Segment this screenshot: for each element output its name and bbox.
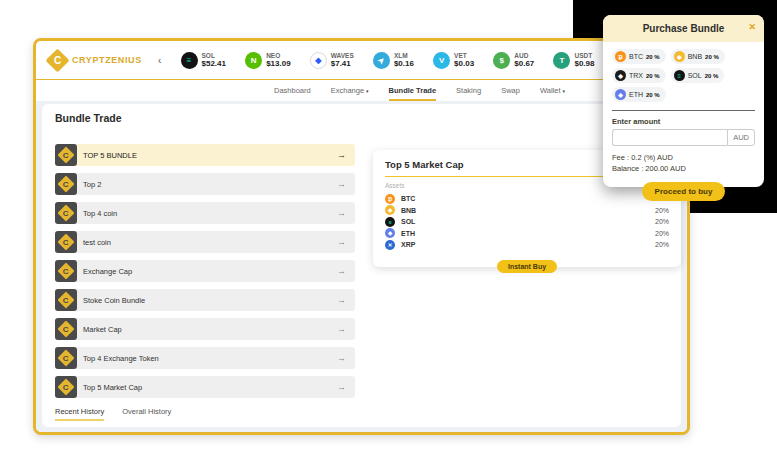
bnb-coin-icon: ◆ xyxy=(674,51,685,62)
arrow-right-icon: → xyxy=(337,295,346,305)
balance-line: Balance : 200.00 AUD xyxy=(612,164,755,173)
bundle-item-top-5-bundle[interactable]: C TOP 5 BUNDLE→ xyxy=(55,144,355,166)
asset-percent: 20% xyxy=(655,230,669,237)
bundle-item-top-2[interactable]: C Top 2→ xyxy=(55,173,355,195)
brand-name: CRYPTZENIUS xyxy=(72,55,142,65)
ticker-coin-neo: N NEO$13.09 xyxy=(245,52,290,69)
trx-coin-icon: ◆ xyxy=(615,70,626,81)
arrow-right-icon: → xyxy=(337,179,346,189)
waves-coin-icon: ◆ xyxy=(310,52,327,69)
arrow-right-icon: → xyxy=(337,382,346,392)
bnb-coin-icon: ◆ xyxy=(385,205,395,215)
bundle-logo-icon: C xyxy=(55,260,77,282)
coin-price: $0.98 xyxy=(574,59,594,68)
bundle-logo-icon: C xyxy=(55,202,77,224)
ticker-bar: C CRYPTZENIUS ‹ ≡ SOL$52.41 N NEO$13.09 … xyxy=(36,41,687,79)
bundle-composition-chips: ₿ BTC20 % ◆ BNB20 % ◆ TRX20 % ≡ SOL20 % … xyxy=(612,49,755,102)
bundle-item-market-cap[interactable]: C Market Cap→ xyxy=(55,318,355,340)
coin-symbol: VET xyxy=(454,52,474,59)
bundle-logo-icon: C xyxy=(55,347,77,369)
ticker-coin-usdt: T USDT$0.98 xyxy=(553,52,594,69)
aud-coin-icon: $ xyxy=(493,52,510,69)
brand-logo: C CRYPTZENIUS xyxy=(46,52,158,69)
chip-eth: ◆ ETH20 % xyxy=(612,87,666,102)
chip-btc: ₿ BTC20 % xyxy=(612,49,666,64)
modal-header: Purchase Bundle ✕ xyxy=(603,15,764,42)
coin-price: $52.41 xyxy=(202,59,226,68)
tab-overall-history[interactable]: Overall History xyxy=(122,407,171,421)
arrow-right-icon: → xyxy=(337,208,346,218)
currency-suffix: AUD xyxy=(727,129,755,146)
bundle-item-top-4-exchange-token[interactable]: C Top 4 Exchange Token→ xyxy=(55,347,355,369)
coin-symbol: NEO xyxy=(266,52,290,59)
vet-coin-icon: V xyxy=(433,52,450,69)
sol-coin-icon: ≡ xyxy=(181,52,198,69)
content-area: Bundle Trade C TOP 5 BUNDLE→ C Top 2→ C … xyxy=(36,101,687,432)
modal-divider xyxy=(612,110,755,111)
coin-symbol: AUD xyxy=(514,52,534,59)
arrow-right-icon: → xyxy=(337,353,346,363)
caret-down-icon: ▾ xyxy=(562,88,565,94)
ticker-coin-vet: V VET$0.03 xyxy=(433,52,474,69)
chip-trx: ◆ TRX20 % xyxy=(612,68,666,83)
bundle-item-top-4-coin[interactable]: C Top 4 coin→ xyxy=(55,202,355,224)
btc-coin-icon: ₿ xyxy=(615,51,626,62)
nav-swap[interactable]: Swap xyxy=(501,80,520,101)
price-ticker: ‹ ≡ SOL$52.41 N NEO$13.09 ◆ WAVES$7.41 ➤… xyxy=(158,52,617,69)
asset-row-eth: ◆ ETH20% xyxy=(385,228,669,240)
bundle-logo-icon: C xyxy=(55,231,77,253)
coin-price: $0.67 xyxy=(514,59,534,68)
nav-bundle-trade[interactable]: Bundle Trade xyxy=(389,80,437,101)
instant-buy-button[interactable]: Instant Buy xyxy=(497,260,557,273)
coin-price: $0.16 xyxy=(394,59,414,68)
purchase-bundle-modal: Purchase Bundle ✕ ₿ BTC20 % ◆ BNB20 % ◆ … xyxy=(603,15,764,187)
asset-percent: 20% xyxy=(655,218,669,225)
asset-percent: 20% xyxy=(655,207,669,214)
eth-coin-icon: ◆ xyxy=(385,228,395,238)
nav-exchange[interactable]: Exchange▾ xyxy=(331,80,369,101)
ticker-coin-xlm: ➤ XLM$0.16 xyxy=(373,52,414,69)
main-nav: Dashboard Exchange▾ Bundle Trade Staking… xyxy=(94,80,690,101)
tab-recent-history[interactable]: Recent History xyxy=(55,407,104,421)
arrow-right-icon: → xyxy=(337,266,346,276)
arrow-right-icon: → xyxy=(337,237,346,247)
asset-row-sol: ≡ SOL20% xyxy=(385,216,669,228)
bundle-item-stoke-coin-bundle[interactable]: C Stoke Coin Bundle→ xyxy=(55,289,355,311)
close-icon[interactable]: ✕ xyxy=(748,22,756,32)
xlm-coin-icon: ➤ xyxy=(373,52,390,69)
bundle-item-test-coin[interactable]: C test coin→ xyxy=(55,231,355,253)
eth-coin-icon: ◆ xyxy=(615,89,626,100)
bundle-item-top-5-market-cap[interactable]: C Top 5 Market Cap→ xyxy=(55,376,355,398)
neo-coin-icon: N xyxy=(245,52,262,69)
coin-symbol: WAVES xyxy=(331,52,354,59)
bundle-item-exchange-cap[interactable]: C Exchange Cap→ xyxy=(55,260,355,282)
arrow-right-icon: → xyxy=(337,324,346,334)
bundle-logo-icon: C xyxy=(55,376,77,398)
nav-staking[interactable]: Staking xyxy=(456,80,481,101)
nav-dashboard[interactable]: Dashboard xyxy=(274,80,311,101)
nav-wallet[interactable]: Wallet▾ xyxy=(540,80,565,101)
asset-row-xrp: ✕ XRP20% xyxy=(385,239,669,251)
fee-line: Fee : 0.2 (%) AUD xyxy=(612,153,755,162)
app-window: C CRYPTZENIUS ‹ ≡ SOL$52.41 N NEO$13.09 … xyxy=(33,38,690,435)
chip-sol: ≡ SOL20 % xyxy=(671,68,725,83)
coin-price: $7.41 xyxy=(331,59,354,68)
coin-price: $0.03 xyxy=(454,59,474,68)
enter-amount-label: Enter amount xyxy=(612,117,755,126)
bundle-logo-icon: C xyxy=(55,173,77,195)
bundle-list: C TOP 5 BUNDLE→ C Top 2→ C Top 4 coin→ C… xyxy=(55,144,355,405)
bundle-logo-icon: C xyxy=(55,289,77,311)
sol-coin-icon: ≡ xyxy=(674,70,685,81)
sol-coin-icon: ≡ xyxy=(385,217,395,227)
amount-input[interactable] xyxy=(612,129,727,146)
bundle-trade-panel: Bundle Trade C TOP 5 BUNDLE→ C Top 2→ C … xyxy=(42,104,681,427)
coin-symbol: USDT xyxy=(574,52,594,59)
coin-price: $13.09 xyxy=(266,59,290,68)
ticker-coin-sol: ≡ SOL$52.41 xyxy=(181,52,226,69)
ticker-coin-waves: ◆ WAVES$7.41 xyxy=(310,52,354,69)
xrp-coin-icon: ✕ xyxy=(385,240,395,250)
coin-symbol: SOL xyxy=(202,52,226,59)
ticker-prev-icon[interactable]: ‹ xyxy=(158,55,161,66)
bundle-logo-icon: C xyxy=(55,318,77,340)
proceed-to-buy-button[interactable]: Proceed to buy xyxy=(642,182,726,201)
